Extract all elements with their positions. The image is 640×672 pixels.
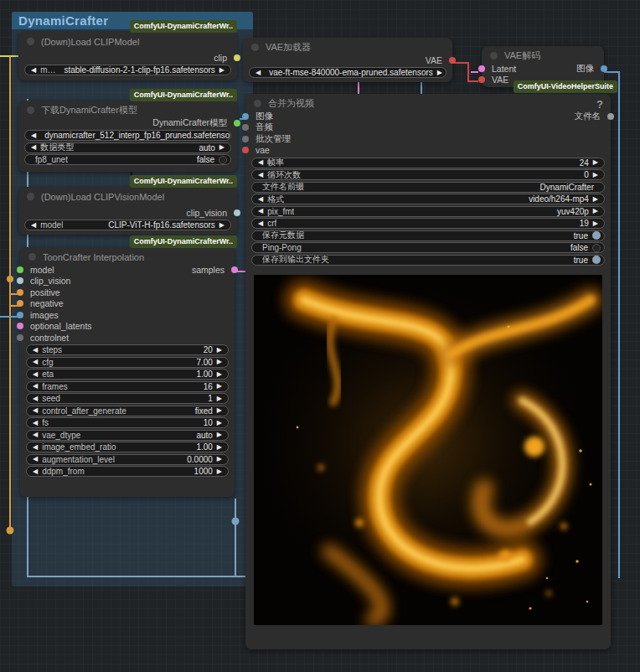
collapse-dot[interactable]: [490, 52, 498, 59]
input-slot-negative[interactable]: [17, 300, 23, 307]
collapse-dot[interactable]: [251, 44, 259, 51]
combo-right-arrow-icon[interactable]: [217, 371, 222, 378]
widget-frame-rate[interactable]: 帧率 24: [251, 158, 605, 168]
combo-left-arrow-icon[interactable]: [258, 220, 263, 227]
combo-left-arrow-icon[interactable]: [33, 444, 38, 451]
collapse-dot[interactable]: [28, 253, 36, 261]
combo-right-arrow-icon[interactable]: [217, 383, 222, 390]
widget-save-output-toggle[interactable]: 保存到输出文件夹 true: [251, 255, 605, 266]
input-slot-model[interactable]: [17, 266, 23, 273]
help-icon[interactable]: ?: [596, 98, 603, 111]
widget-save-metadata-toggle[interactable]: 保存元数据 true: [251, 230, 605, 241]
collapse-dot[interactable]: [254, 100, 261, 107]
comfyui-canvas[interactable]: DynamiCrafter (Down)Load CL: [0, 0, 640, 672]
combo-left-arrow-icon[interactable]: [258, 172, 263, 178]
node-video-combine[interactable]: 合并为视频 ? 图像 文件名 音频 批次管理 vae 帧率 24: [245, 94, 611, 649]
combo-left-arrow-icon[interactable]: [258, 196, 263, 203]
widget-cfg[interactable]: cfg 7.00: [26, 357, 229, 368]
combo-right-arrow-icon[interactable]: [219, 144, 225, 151]
video-preview[interactable]: [254, 275, 602, 625]
output-slot-clip-vision[interactable]: [234, 209, 240, 216]
combo-right-arrow-icon[interactable]: [219, 67, 225, 74]
combo-right-arrow-icon[interactable]: [217, 432, 222, 438]
combo-right-arrow-icon[interactable]: [217, 444, 222, 451]
combo-right-arrow-icon[interactable]: [593, 159, 598, 166]
combo-left-arrow-icon[interactable]: [33, 420, 38, 426]
combo-right-arrow-icon[interactable]: [217, 456, 222, 463]
output-slot-clip[interactable]: [234, 54, 240, 61]
widget-loop-count[interactable]: 循环次数 0: [251, 169, 605, 180]
combo-left-arrow-icon[interactable]: [33, 383, 38, 390]
widget-dtype[interactable]: 数据类型 auto: [24, 142, 231, 153]
widget-fp8-unet-toggle[interactable]: fp8_unet false: [24, 154, 231, 165]
widget-augmentation-level[interactable]: augmentation_level 0.0000: [26, 454, 229, 465]
combo-left-arrow-icon[interactable]: [33, 347, 38, 354]
combo-right-arrow-icon[interactable]: [593, 220, 598, 227]
widget-vae-name[interactable]: vae名称 vae-ft-mse-840000-ema-pruned.safet…: [249, 67, 446, 78]
input-slot-positive[interactable]: [17, 289, 23, 296]
node-load-clip-vision-model[interactable]: (Down)Load CLIPVisionModel clip_vision m…: [18, 187, 237, 235]
combo-left-arrow-icon[interactable]: [33, 359, 38, 365]
combo-right-arrow-icon[interactable]: [437, 70, 442, 76]
widget-pix-fmt[interactable]: pix_fmt yuv420p: [251, 206, 605, 217]
widget-vae-dtype[interactable]: vae_dtype auto: [26, 430, 229, 441]
combo-right-arrow-icon[interactable]: [217, 407, 222, 414]
widget-filename-prefix[interactable]: 文件名前缀 DynamiCrafter: [251, 182, 605, 193]
widget-ddpm-from[interactable]: ddpm_from 1000: [26, 466, 229, 477]
widget-model[interactable]: model stable-diffusion-2-1-clip-fp16.saf…: [24, 65, 231, 75]
combo-left-arrow-icon[interactable]: [31, 144, 36, 151]
input-slot-images[interactable]: [17, 312, 23, 318]
output-slot-dynamicrafter-model[interactable]: [234, 120, 240, 127]
input-slot-image[interactable]: [242, 113, 249, 120]
combo-left-arrow-icon[interactable]: [33, 395, 38, 402]
collapse-dot[interactable]: [27, 106, 34, 114]
combo-left-arrow-icon[interactable]: [33, 456, 38, 463]
widget-crf[interactable]: crf 19: [251, 218, 605, 229]
toggle-knob-icon[interactable]: [592, 244, 601, 252]
toggle-knob-icon[interactable]: [219, 156, 227, 164]
output-slot-vae[interactable]: [449, 57, 456, 64]
combo-right-arrow-icon[interactable]: [217, 420, 222, 426]
combo-left-arrow-icon[interactable]: [255, 70, 261, 76]
input-slot-controlnet[interactable]: [17, 334, 23, 341]
widget-model[interactable]: 模型 dynamicrafter_512_interp_fp16_pruned.…: [24, 130, 231, 141]
widget-control-after-generate[interactable]: control_after_generate fixed: [26, 406, 229, 416]
combo-left-arrow-icon[interactable]: [31, 132, 36, 139]
toggle-knob-icon[interactable]: [592, 256, 601, 264]
collapse-dot[interactable]: [27, 38, 34, 45]
widget-fs[interactable]: fs 10: [26, 417, 229, 428]
toggle-knob-icon[interactable]: [592, 231, 601, 240]
output-slot-filenames[interactable]: [607, 113, 614, 120]
widget-seed[interactable]: seed 1: [26, 393, 229, 404]
combo-left-arrow-icon[interactable]: [31, 67, 36, 74]
widget-frames[interactable]: frames 16: [26, 381, 229, 392]
input-slot-optional-latents[interactable]: [17, 323, 23, 329]
combo-left-arrow-icon[interactable]: [33, 432, 38, 438]
node-load-clip-model[interactable]: (Down)Load CLIPModel clip model stable-d…: [18, 32, 237, 80]
node-download-dynamicrafter-model[interactable]: 下载DynamiCrafter模型 DynamiCrafter模型 模型 dyn…: [18, 101, 237, 172]
widget-pingpong-toggle[interactable]: Ping-Pong false: [251, 242, 605, 253]
combo-left-arrow-icon[interactable]: [33, 371, 38, 378]
node-vae-loader[interactable]: VAE加载器 VAE vae名称 vae-ft-mse-840000-ema-p…: [243, 38, 452, 82]
input-slot-vae[interactable]: [478, 76, 485, 83]
input-slot-clip-vision[interactable]: [17, 277, 23, 284]
combo-left-arrow-icon[interactable]: [258, 208, 263, 215]
input-slot-latent[interactable]: [478, 65, 485, 72]
combo-right-arrow-icon[interactable]: [593, 172, 598, 178]
input-slot-batch-manager[interactable]: [242, 136, 249, 142]
widget-model[interactable]: model CLIP-ViT-H-fp16.safetensors: [24, 220, 231, 230]
input-slot-vae[interactable]: [242, 147, 249, 153]
widget-steps[interactable]: steps 20: [26, 344, 229, 355]
node-tooncrafter-interpolation[interactable]: ToonCrafter Interpolation model samples …: [20, 247, 235, 497]
combo-right-arrow-icon[interactable]: [217, 359, 222, 365]
combo-right-arrow-icon[interactable]: [593, 196, 598, 203]
combo-right-arrow-icon[interactable]: [217, 347, 222, 354]
output-slot-samples[interactable]: [231, 266, 238, 273]
input-slot-audio[interactable]: [242, 124, 249, 131]
combo-left-arrow-icon[interactable]: [33, 407, 38, 414]
widget-image-embed-ratio[interactable]: image_embed_ratio 1.00: [26, 442, 229, 452]
combo-right-arrow-icon[interactable]: [593, 208, 598, 215]
collapse-dot[interactable]: [27, 193, 34, 200]
combo-left-arrow-icon[interactable]: [31, 222, 36, 229]
output-slot-image[interactable]: [601, 65, 607, 72]
